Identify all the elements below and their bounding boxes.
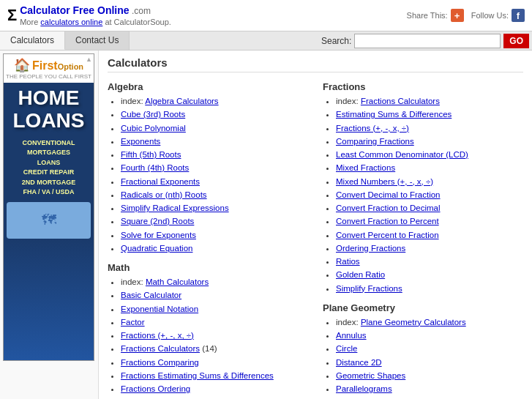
ad-header: 🏠 FirstOption THE PEOPLE YOU CALL FIRST [4,54,94,83]
facebook-icon[interactable]: f [512,9,525,22]
fractions-count: (14) [200,344,217,353]
list-item: Convert Percent to Fraction [336,229,523,242]
link-ordering-fractions[interactable]: Ordering Fractions [336,244,405,253]
link-fractions-estimating[interactable]: Fractions Estimating Sums & Differences [121,371,274,380]
link-fraction-to-decimal[interactable]: Convert Fraction to Decimal [336,204,441,212]
list-item: Mixed Numbers (+, -, x, ÷) [336,176,523,188]
content: Calculators Algebra index: Algebra Calcu… [99,51,532,399]
navbar: Calculators Contact Us Search: GO [0,31,532,51]
list-item: Geometric Shapes [336,370,523,382]
link-fractions-ops[interactable]: Fractions (+, -, x, ÷) [121,331,194,340]
link-fourth-roots[interactable]: Fourth (4th) Roots [121,163,189,172]
list-item: Basic Calculator [121,289,308,302]
list-item: index: Fractions Calculators [336,95,523,108]
link-simplify-radical[interactable]: Simplify Radical Expressions [121,204,229,212]
link-solve-exponents[interactable]: Solve for Exponents [121,231,196,239]
calculators-online-link[interactable]: calculators online [40,18,102,26]
link-fractions-calculators-14[interactable]: Fractions Calculators [121,344,200,353]
link-algebra-calculators[interactable]: Algebra Calculators [145,97,218,105]
link-fractions-comparing[interactable]: Fractions Comparing [121,358,199,367]
link-cube-roots[interactable]: Cube (3rd) Roots [121,110,185,119]
ad-sidebar: ▲ 🏠 FirstOption THE PEOPLE YOU CALL FIRS… [0,51,99,399]
section-fractions-title: Fractions [323,81,523,92]
link-factor[interactable]: Factor [121,318,145,327]
link-circle[interactable]: Circle [336,344,357,353]
link-lcd[interactable]: Least Common Denominator (LCD) [336,150,468,159]
logo-title-line: Calculator Free Online .com [20,4,171,16]
link-decimal-to-fraction[interactable]: Convert Decimal to Fraction [336,190,441,199]
list-item: Least Common Denominator (LCD) [336,149,523,161]
link-plane-geometry-index[interactable]: Plane Geometry Calculators [361,318,466,327]
link-annulus[interactable]: Annulus [336,331,367,340]
go-button[interactable]: GO [503,34,529,48]
list-item: Solve for Exponents [121,229,308,242]
list-item: Golden Ratio [336,269,523,281]
list-item: Fractions Calculators (14) [121,343,308,355]
list-item: index: Algebra Calculators [121,95,308,108]
ad-corner: ▲ [86,56,92,63]
list-item: Cube (3rd) Roots [121,108,308,121]
link-distance-2d[interactable]: Distance 2D [336,358,382,367]
link-radicals[interactable]: Radicals or (nth) Roots [121,190,207,199]
share-icon[interactable]: + [451,9,464,22]
ad-box[interactable]: ▲ 🏠 FirstOption THE PEOPLE YOU CALL FIRS… [3,53,94,361]
list-item: Fractions (+, -, x, ÷) [336,122,523,135]
site-title-link[interactable]: Calculator Free Online [20,4,129,16]
link-fractions-ops-right[interactable]: Fractions (+, -, x, ÷) [336,124,409,133]
link-cubic-polynomial[interactable]: Cubic Polynomial [121,124,186,133]
list-item: Parallelograms [336,383,523,395]
nav-item-contact[interactable]: Contact Us [65,31,130,50]
logo-area: Σ Calculator Free Online .com More calcu… [7,4,407,26]
section-algebra-title: Algebra [108,81,308,92]
list-item: Convert Decimal to Fraction [336,189,523,201]
link-exponential-notation[interactable]: Exponential Notation [121,305,198,313]
link-simplify-fractions[interactable]: Simplify Fractions [336,284,402,293]
link-math-calculators[interactable]: Math Calculators [146,277,209,286]
ad-logo-option: Option [58,62,83,71]
link-fifth-roots[interactable]: Fifth (5th) Roots [121,150,181,159]
ad-home-loans: HOME LOANS [7,87,91,133]
list-item: Square (2nd) Roots [121,215,308,228]
link-estimating-sums[interactable]: Estimating Sums & Differences [336,110,452,119]
link-comparing-fractions[interactable]: Comparing Fractions [336,137,414,146]
link-basic-calculator[interactable]: Basic Calculator [121,291,181,299]
list-item: Fifth (5th) Roots [121,149,308,161]
search-input[interactable] [354,34,501,48]
link-mixed-numbers[interactable]: Mixed Numbers (+, -, x, ÷) [336,177,433,186]
link-percent-to-fraction[interactable]: Convert Percent to Fraction [336,231,439,239]
list-item: Cubic Polynomial [121,122,308,135]
link-fractions-ordering[interactable]: Fractions Ordering [121,384,190,393]
list-item: index: Math Calculators [121,276,308,288]
section-math-title: Math [108,262,308,273]
link-fractional-exponents[interactable]: Fractional Exponents [121,177,200,186]
link-square-roots[interactable]: Square (2nd) Roots [121,217,194,225]
content-title: Calculators [108,56,523,72]
list-item: Distance 2D [336,357,523,369]
nav-item-calculators[interactable]: Calculators [0,31,65,50]
list-item: Fractions (+, -, x, ÷) [121,329,308,342]
list-item: Radicals or (nth) Roots [121,189,308,201]
list-item: Fractions Estimating Sums & Differences [121,370,308,382]
col-left: Algebra index: Algebra Calculators Cube … [108,81,308,399]
follow-label: Follow Us: [471,11,509,20]
link-mixed-fractions[interactable]: Mixed Fractions [336,163,395,172]
fractions-list: index: Fractions Calculators Estimating … [323,95,523,295]
sigma-icon: Σ [7,6,17,25]
share-this: Share This: + [407,9,464,22]
list-item: Circle [336,343,523,355]
link-geometric-shapes[interactable]: Geometric Shapes [336,371,405,380]
list-item: Ordering Fractions [336,242,523,255]
link-exponents[interactable]: Exponents [121,137,160,146]
link-golden-ratio[interactable]: Golden Ratio [336,270,385,279]
link-parallelograms[interactable]: Parallelograms [336,384,392,393]
link-fractions-index[interactable]: Fractions Calculators [361,97,440,105]
link-fraction-to-percent[interactable]: Convert Fraction to Percent [336,217,439,225]
list-item: Ratios [336,256,523,268]
link-quadratic[interactable]: Quadratic Equation [121,244,192,253]
header-right: Share This: + Follow Us: f [407,9,525,22]
col-right: Fractions index: Fractions Calculators E… [323,81,523,399]
link-ratios[interactable]: Ratios [336,257,360,266]
list-item: Simplify Fractions [336,283,523,295]
ad-map: 🗺 [7,202,91,239]
header: Σ Calculator Free Online .com More calcu… [0,0,532,31]
